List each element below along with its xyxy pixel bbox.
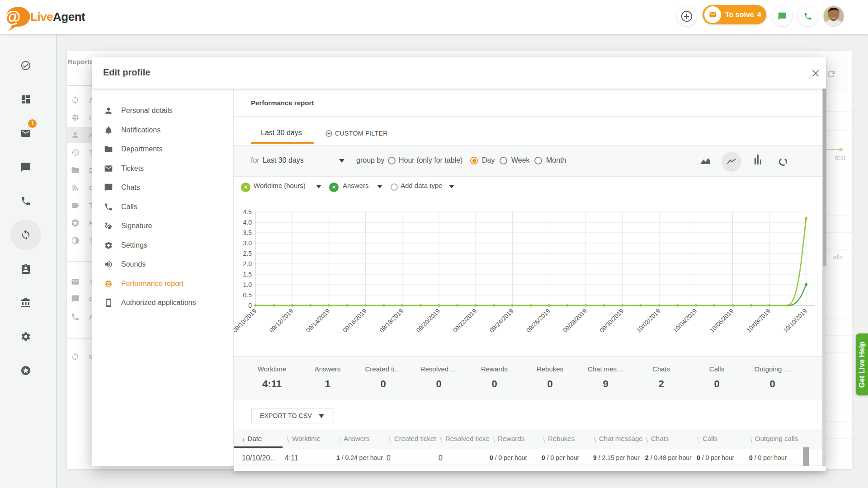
svg-text:10/02/2019: 10/02/2019 (635, 308, 661, 334)
svg-text:09/14/2019: 09/14/2019 (305, 308, 331, 334)
svg-text:09/22/2019: 09/22/2019 (452, 308, 478, 334)
svg-text:09/12/2019: 09/12/2019 (268, 308, 294, 334)
svg-text:4.5: 4.5 (243, 208, 252, 216)
svg-text:09/20/2019: 09/20/2019 (415, 308, 441, 334)
svg-text:3.5: 3.5 (243, 229, 252, 236)
svg-text:09/26/2019: 09/26/2019 (525, 308, 551, 334)
svg-text:10/10/2019: 10/10/2019 (782, 308, 808, 334)
svg-text:09/28/2019: 09/28/2019 (562, 308, 588, 334)
svg-text:09/10/2019: 09/10/2019 (234, 308, 258, 334)
svg-text:09/24/2019: 09/24/2019 (488, 308, 514, 334)
svg-text:10/08/2019: 10/08/2019 (745, 308, 772, 334)
svg-text:2.0: 2.0 (243, 260, 252, 267)
svg-text:1.0: 1.0 (243, 281, 252, 288)
svg-text:@: @ (5, 8, 20, 26)
svg-text:10/06/2019: 10/06/2019 (708, 308, 735, 334)
svg-text:4.0: 4.0 (243, 219, 252, 226)
svg-text:09/16/2019: 09/16/2019 (341, 308, 368, 334)
svg-text:1.5: 1.5 (243, 271, 252, 278)
svg-text:0: 0 (248, 302, 252, 309)
svg-text:10/04/2019: 10/04/2019 (672, 308, 698, 334)
svg-text:09/18/2019: 09/18/2019 (378, 308, 405, 334)
svg-text:0.5: 0.5 (243, 291, 252, 299)
svg-text:09/30/2019: 09/30/2019 (599, 308, 625, 334)
svg-text:3.0: 3.0 (243, 239, 252, 247)
svg-text:2.5: 2.5 (243, 250, 252, 257)
svg-text:LiveAgent: LiveAgent (30, 10, 85, 23)
